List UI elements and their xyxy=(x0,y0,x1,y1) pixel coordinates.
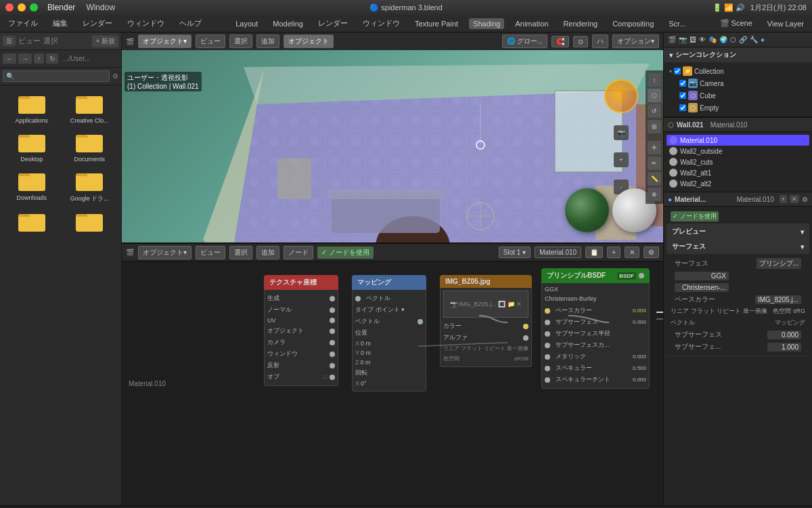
folder-extra2[interactable] xyxy=(64,209,116,235)
nav-persp-btn[interactable]: 📷 xyxy=(614,125,629,140)
cube-visible[interactable] xyxy=(679,92,686,99)
viewport-mode-btn[interactable]: オブジェクト▾ xyxy=(138,35,191,48)
node-mapping[interactable]: マッピング ベクトル タイプ ポイント ▾ ベクトル 位置 X0 m Y0 m … xyxy=(352,275,426,391)
tool-rotate[interactable]: ↺ xyxy=(648,104,661,118)
menu-help[interactable]: ヘルプ xyxy=(175,17,206,30)
viewport-overlay-btn[interactable]: ハ xyxy=(592,35,608,48)
window-controls[interactable] xyxy=(5,3,38,12)
menu-uv-editing[interactable]: ウィンドウ xyxy=(359,17,404,30)
mat-x-btn[interactable]: ✕ xyxy=(790,195,799,203)
rp-icon-object[interactable]: ⬡ xyxy=(730,36,736,43)
surface-section[interactable]: サーフェス ▾ xyxy=(667,239,809,254)
collection-visible[interactable] xyxy=(674,68,681,75)
minimize-button[interactable] xyxy=(18,3,26,12)
node-canvas[interactable]: テクスチャ座標 生成 ノーマル UV オブジェクト カメラ ウィンドウ 反射 オ… xyxy=(122,261,663,391)
rp-icon-world[interactable]: 🌍 xyxy=(719,36,727,43)
close-button[interactable] xyxy=(5,3,14,12)
tree-camera[interactable]: 📷 Camera xyxy=(667,77,809,89)
folder-downloads[interactable]: Downloads xyxy=(5,168,58,203)
fb-back[interactable]: ← xyxy=(3,54,16,64)
menu-modeling[interactable]: Modeling xyxy=(269,18,307,29)
tool-select[interactable]: ⬡ xyxy=(648,89,661,102)
viewport-view-btn[interactable]: ビュー xyxy=(196,35,225,48)
fb-up[interactable]: ↑ xyxy=(34,54,44,64)
node-view-btn[interactable]: ビュー xyxy=(196,246,225,259)
tool-cursor[interactable]: ⊕ xyxy=(648,188,661,201)
mat-item-wall2cuts[interactable]: Wall2_cuts xyxy=(667,156,809,167)
rp-icon-scene[interactable]: 🎬 xyxy=(668,36,676,43)
mat-item-010[interactable]: Material.010 xyxy=(667,135,809,146)
viewport-snap-btn[interactable]: 🧲 xyxy=(551,36,569,47)
tool-measure[interactable]: 📏 xyxy=(648,172,661,186)
menu-more[interactable]: Scr... xyxy=(664,18,690,29)
folder-documents[interactable]: Documents xyxy=(64,129,116,163)
viewport-area[interactable]: 🎬 オブジェクト▾ ビュー 選択 追加 オブジェクト 🌐 グロー... 🧲 ⊙ … xyxy=(122,33,663,242)
tool-move[interactable]: ↕ xyxy=(648,73,661,87)
mat-settings-icon[interactable]: ⚙ xyxy=(802,196,808,203)
folder-creative-cloud[interactable]: Creative Clo... xyxy=(64,91,116,124)
empty-visible[interactable] xyxy=(679,104,686,111)
menu-render[interactable]: レンダー xyxy=(78,17,116,30)
menu-layout[interactable]: Layout xyxy=(231,18,262,29)
viewport-global-btn[interactable]: 🌐 グロー... xyxy=(502,35,547,48)
tree-empty[interactable]: ◯ Empty xyxy=(667,102,809,114)
node-x-mat[interactable]: ✕ xyxy=(625,247,639,258)
viewport-object-btn[interactable]: オブジェクト xyxy=(284,35,334,48)
menu-animation[interactable]: Animation xyxy=(511,18,552,29)
menu-file[interactable]: ファイル xyxy=(4,17,42,30)
rp-icon-view[interactable]: 👁 xyxy=(699,36,706,43)
rp-icon-render[interactable]: 📷 xyxy=(679,36,687,43)
menu-compositing[interactable]: Compositing xyxy=(608,18,658,29)
node-image[interactable]: IMG_BZ05.jpg 📷 IMG_BZ05.j... 🔳 📁 ✕ カラー ア… xyxy=(440,275,532,367)
viewport-option-btn[interactable]: オプション▾ xyxy=(612,35,659,48)
node-slot-btn[interactable]: Slot 1 ▾ xyxy=(499,247,531,258)
mat-item-wall2alt2[interactable]: Wall2_alt2 xyxy=(667,178,809,189)
rp-icon-modifier[interactable]: 🔧 xyxy=(750,36,758,43)
fb-toggle[interactable]: ☰ xyxy=(3,36,16,46)
node-mode-btn[interactable]: オブジェクト▾ xyxy=(138,246,191,259)
folder-desktop[interactable]: Desktop xyxy=(5,129,58,163)
menu-rendering[interactable]: Rendering xyxy=(559,18,602,29)
node-add-btn[interactable]: 追加 xyxy=(256,246,279,259)
use-nodes-toggle[interactable]: ✓ ノードを使用 xyxy=(317,247,374,259)
menu-texture-paint[interactable]: Texture Paint xyxy=(411,18,462,29)
viewport-proportional-btn[interactable]: ⊙ xyxy=(573,36,588,47)
viewport-add-btn[interactable]: 追加 xyxy=(256,35,279,48)
tool-transform[interactable]: ✛ xyxy=(648,141,661,154)
menu-edit[interactable]: 編集 xyxy=(49,17,72,30)
menu-window[interactable]: ウィンドウ xyxy=(123,17,168,30)
tool-scale[interactable]: ⊞ xyxy=(648,120,661,133)
scene-selector[interactable]: 🎬 Scene xyxy=(716,18,757,29)
folder-extra1[interactable] xyxy=(5,209,58,235)
node-texture-coord[interactable]: テクスチャ座標 生成 ノーマル UV オブジェクト カメラ ウィンドウ 反射 オ… xyxy=(264,275,338,386)
menu-shading[interactable]: Shading xyxy=(469,18,504,29)
fb-search-input[interactable] xyxy=(3,70,110,82)
rp-icon-scene2[interactable]: 🎭 xyxy=(708,36,717,43)
folder-google-drive[interactable]: Google ドラ... xyxy=(64,168,116,203)
view-layer-selector[interactable]: View Layer xyxy=(763,18,808,29)
use-nodes-btn[interactable]: ✓ ノードを使用 xyxy=(671,211,719,221)
tree-cube[interactable]: ⬡ Cube xyxy=(667,89,809,102)
node-settings[interactable]: ⚙ xyxy=(644,247,659,258)
fb-new-folder[interactable]: + 新規 xyxy=(92,35,118,47)
menu-sculpting[interactable]: レンダー xyxy=(314,17,352,30)
node-node-btn[interactable]: ノード xyxy=(284,246,313,259)
tool-annotate[interactable]: ✏ xyxy=(648,156,661,170)
node-bsdf[interactable]: プリンシプルBSDF BSDF GGX Christensen-Burley ベ… xyxy=(541,268,650,389)
rp-icon-constraint[interactable]: 🔗 xyxy=(739,36,747,43)
maximize-button[interactable] xyxy=(30,3,38,12)
camera-visible[interactable] xyxy=(679,80,686,87)
node-new-mat[interactable]: + xyxy=(607,247,621,258)
rp-icon-output[interactable]: 🖼 xyxy=(690,36,696,43)
fb-refresh[interactable]: ↻ xyxy=(46,54,58,64)
mat-new-btn[interactable]: + xyxy=(780,195,787,203)
window-menu[interactable]: Window xyxy=(86,3,115,12)
node-select-btn[interactable]: 選択 xyxy=(229,246,252,259)
nav-zoom-in[interactable]: + xyxy=(614,152,629,167)
nav-gizmo-sphere[interactable] xyxy=(604,79,638,113)
preview-section[interactable]: プレビュー ▾ xyxy=(667,224,809,239)
rp-icon-material[interactable]: ● xyxy=(761,36,765,43)
tree-collection[interactable]: ▾ 📁 Collection xyxy=(667,65,809,77)
fb-forward[interactable]: → xyxy=(18,54,32,64)
viewport-select-btn[interactable]: 選択 xyxy=(229,35,252,48)
